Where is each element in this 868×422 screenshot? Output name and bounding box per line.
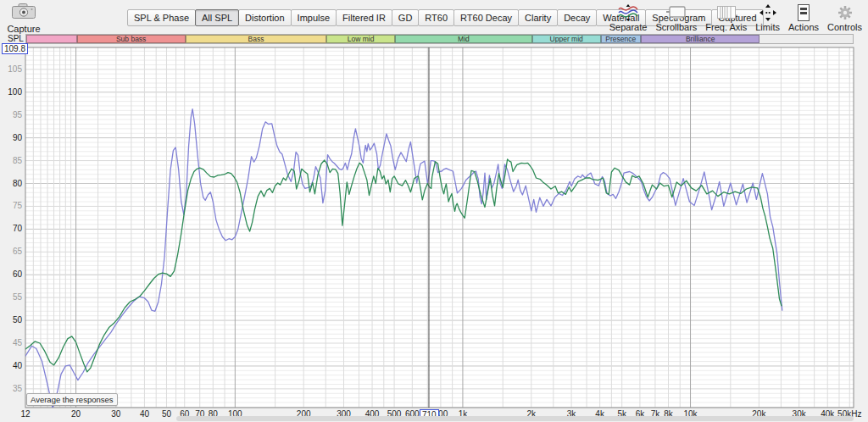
x-axis-tick: 30	[111, 409, 120, 419]
x-axis-tick: 12	[20, 409, 30, 419]
spl-chart-plot[interactable]	[0, 0, 868, 422]
y-axis-tick: 40	[0, 362, 22, 370]
y-axis-tick: 95	[0, 111, 22, 119]
y-axis-tick: 35	[0, 385, 22, 393]
y-axis-tick: 105	[0, 65, 22, 74]
y-axis-tick: 80	[0, 180, 22, 188]
y-axis-tick: 70	[0, 225, 22, 233]
y-axis-tick: 90	[0, 134, 22, 142]
y-axis-tick: 60	[0, 270, 22, 279]
x-axis-tick: 50	[162, 409, 171, 419]
y-axis-tick: 100	[0, 88, 22, 97]
spl-limit-value[interactable]: 109.8	[2, 43, 28, 54]
y-axis-tick: 65	[0, 247, 22, 256]
average-responses-button[interactable]: Average the responses	[26, 393, 118, 406]
y-axis-tick: 50	[0, 316, 22, 325]
y-axis-tick: 55	[0, 293, 22, 302]
rew-app-window: Capture SPL & PhaseAll SPLDistortionImpu…	[0, 0, 868, 422]
tab-all-spl[interactable]: All SPL	[195, 9, 239, 26]
y-axis-tick: 45	[0, 339, 22, 347]
horizontal-scrollbar-thumb[interactable]	[176, 416, 854, 421]
y-axis-tick: 75	[0, 202, 22, 210]
x-axis-tick: 20	[71, 409, 81, 419]
y-axis-tick: 85	[0, 157, 22, 165]
x-axis-tick: 40	[140, 409, 149, 419]
